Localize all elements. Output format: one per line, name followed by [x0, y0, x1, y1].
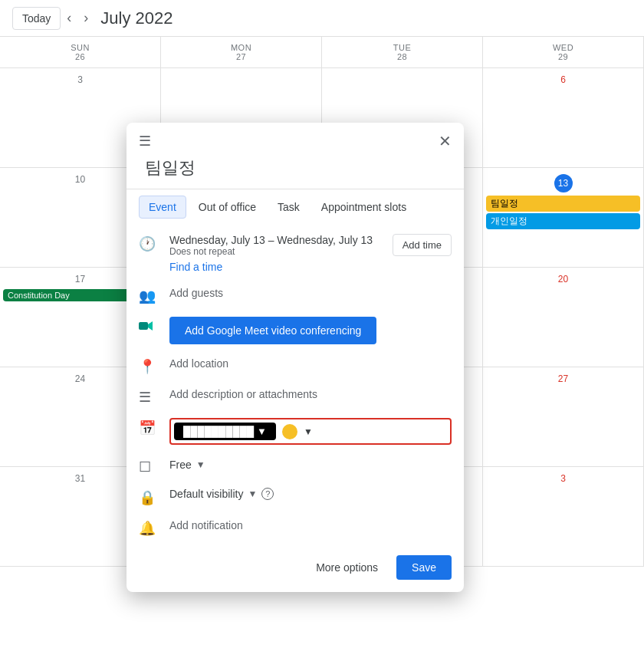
- status-chevron-icon: ▼: [196, 459, 205, 470]
- add-guests-text: Add guests: [169, 287, 223, 299]
- modal-top-bar: ☰ ✕: [127, 123, 464, 156]
- date-text: Wednesday, July 13 – Wednesday, July 13: [169, 234, 380, 246]
- status-row: ☐ Free ▼: [139, 451, 452, 482]
- guests-icon: 👥: [139, 286, 157, 304]
- calendar-selector-content: ██████████ ▼ ▼: [169, 418, 452, 445]
- close-button[interactable]: ✕: [439, 132, 452, 150]
- calendar-name-text: ██████████: [183, 426, 254, 437]
- calendar-icon: 📅: [139, 418, 157, 436]
- description-icon: ☰: [139, 387, 157, 406]
- visibility-selector: Default visibility ▼ ?: [169, 488, 452, 500]
- calendar-selector-highlighted: ██████████ ▼ ▼: [169, 418, 452, 445]
- hamburger-icon: ☰: [139, 133, 151, 150]
- meet-row: Add Google Meet video conferencing: [139, 311, 452, 350]
- status-icon: ☐: [139, 457, 157, 475]
- date-row: 🕐 Wednesday, July 13 – Wednesday, July 1…: [139, 228, 452, 280]
- modal-body: 🕐 Wednesday, July 13 – Wednesday, July 1…: [127, 225, 464, 546]
- more-options-button[interactable]: More options: [307, 555, 387, 580]
- location-icon: 📍: [139, 357, 157, 375]
- add-guests-row: 👥 Add guests: [139, 280, 452, 311]
- color-chevron-icon: ▼: [304, 426, 313, 437]
- add-notification-text: Add notification: [169, 519, 243, 531]
- tab-event[interactable]: Event: [139, 196, 186, 219]
- svg-marker-1: [148, 321, 153, 331]
- modal-footer: More options Save: [127, 546, 464, 580]
- description-content: Add description or attachments: [169, 387, 452, 401]
- date-content: Wednesday, July 13 – Wednesday, July 13 …: [169, 234, 380, 274]
- add-meet-button[interactable]: Add Google Meet video conferencing: [169, 317, 376, 344]
- location-row: 📍 Add location: [139, 350, 452, 381]
- save-button[interactable]: Save: [396, 555, 452, 580]
- visibility-text: Default visibility: [169, 488, 243, 500]
- calendar-name-pill[interactable]: ██████████ ▼: [174, 423, 276, 440]
- notification-content: Add notification: [169, 518, 452, 532]
- visibility-row: 🔒 Default visibility ▼ ?: [139, 482, 452, 512]
- modal-title: 팀일정: [127, 156, 464, 189]
- notification-row: 🔔 Add notification: [139, 512, 452, 543]
- visibility-chevron-icon: ▼: [248, 488, 257, 499]
- help-icon[interactable]: ?: [261, 488, 274, 500]
- meet-content: Add Google Meet video conferencing: [169, 317, 452, 344]
- modal-overlay: ☰ ✕ 팀일정 Event Out of office Task Appoint…: [0, 0, 644, 648]
- svg-rect-0: [139, 322, 148, 330]
- guests-content: Add guests: [169, 286, 452, 300]
- event-modal: ☰ ✕ 팀일정 Event Out of office Task Appoint…: [127, 123, 464, 592]
- tab-out-of-office[interactable]: Out of office: [189, 196, 265, 219]
- calendar-name-chevron: ▼: [257, 426, 267, 437]
- status-content: Free ▼: [169, 457, 452, 472]
- tab-task[interactable]: Task: [268, 196, 309, 219]
- clock-icon: 🕐: [139, 234, 157, 252]
- calendar-selector-row: 📅 ██████████ ▼ ▼: [139, 412, 452, 451]
- location-content: Add location: [169, 357, 452, 370]
- add-description-text: Add description or attachments: [169, 388, 317, 400]
- bell-icon: 🔔: [139, 518, 157, 537]
- visibility-content: Default visibility ▼ ?: [169, 488, 452, 500]
- status-text: Free: [169, 459, 192, 471]
- meet-icon: [139, 317, 157, 337]
- repeat-text: Does not repeat: [169, 246, 380, 257]
- tab-appointment-slots[interactable]: Appointment slots: [312, 196, 416, 219]
- add-time-button[interactable]: Add time: [393, 234, 452, 256]
- description-row: ☰ Add description or attachments: [139, 381, 452, 412]
- add-location-text: Add location: [169, 357, 228, 370]
- find-time-link[interactable]: Find a time: [169, 261, 222, 273]
- color-dot[interactable]: [282, 424, 297, 439]
- lock-icon: 🔒: [139, 488, 157, 506]
- modal-tabs: Event Out of office Task Appointment slo…: [127, 189, 464, 225]
- status-selector: Free ▼: [169, 457, 452, 472]
